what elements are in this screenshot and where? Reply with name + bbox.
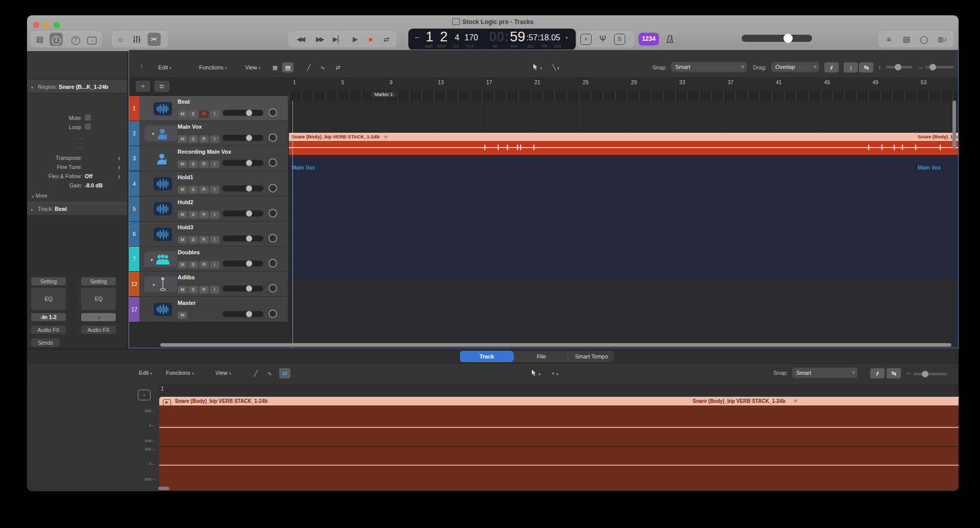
track-s-button[interactable]: S	[188, 261, 198, 269]
track-volume-knob[interactable]	[246, 311, 252, 317]
transpose-stepper[interactable]: ▲▼	[117, 156, 121, 160]
track-s-button[interactable]: S	[188, 160, 198, 168]
smart-controls-icon[interactable]: ☼	[114, 33, 127, 46]
track-pan-knob[interactable]	[268, 284, 277, 293]
editor-marquee-icon[interactable]: ╱	[250, 368, 261, 378]
track-pan-knob[interactable]	[268, 184, 277, 193]
track-i-button[interactable]: I	[210, 286, 219, 294]
drag-dropdown[interactable]: Overlap⇅	[771, 62, 819, 72]
flex-follow-value[interactable]: Off	[85, 173, 92, 179]
editor-functions-menu[interactable]: Functions ▾	[166, 370, 194, 376]
editor-zoom-slider[interactable]	[914, 373, 947, 375]
view-menu[interactable]: View ▾	[245, 64, 261, 70]
forward-button[interactable]: ▶▶	[311, 31, 328, 47]
track-i-button[interactable]: I	[210, 110, 219, 118]
track-r-button[interactable]: R	[199, 236, 209, 244]
list-view-icon[interactable]: ▤	[282, 62, 293, 73]
editor-h-auto-zoom-icon[interactable]: ↹	[887, 368, 901, 378]
track-volume-slider[interactable]	[223, 210, 263, 217]
track-s-button[interactable]: S	[188, 110, 198, 118]
fine-tune-stepper[interactable]: ▲▼	[117, 165, 121, 170]
tuner-icon[interactable]: Ψ	[597, 33, 609, 46]
list-editors-icon[interactable]: ≡	[883, 33, 896, 46]
track-m-button[interactable]: M	[178, 160, 187, 168]
master-out-icon[interactable]: ×	[580, 34, 592, 45]
grid-view-icon[interactable]: ▦	[270, 62, 281, 73]
cycle-button[interactable]: ⇄	[379, 31, 394, 47]
track-volume-slider[interactable]	[223, 135, 263, 141]
track-pan-knob[interactable]	[268, 133, 277, 142]
channel2-eq-slot[interactable]: EQ	[81, 287, 116, 310]
waveform-zoom-icon[interactable]: ᚋ	[824, 62, 839, 73]
channel2-setting-button[interactable]: Setting	[81, 277, 116, 285]
track-i-button[interactable]: I	[210, 160, 219, 168]
track-volume-knob[interactable]	[246, 260, 252, 267]
channel-setting-button[interactable]: Setting	[31, 277, 66, 285]
automation-icon[interactable]: ∿	[317, 62, 328, 73]
region-inspector-header[interactable]: ▾ Region: Snare (B...K_1-24b	[27, 80, 127, 93]
track-header-hold2[interactable]: 5Hold2MSRI	[129, 197, 288, 222]
track-s-button[interactable]: S	[188, 211, 198, 219]
tab-file[interactable]: File	[515, 351, 568, 362]
note-pads-icon[interactable]: ▤	[900, 33, 913, 46]
horizontal-zoom-slider[interactable]	[925, 66, 954, 68]
tracks-horizontal-scrollbar[interactable]	[160, 343, 951, 347]
editor-horizontal-scrollbar[interactable]	[158, 487, 169, 490]
track-r-button[interactable]: R	[199, 261, 209, 269]
track-inspector-header[interactable]: ▸ Track: Beat	[27, 202, 127, 215]
gain-value[interactable]: -8.0 dB	[85, 182, 103, 188]
horizontal-auto-zoom-icon[interactable]: ↹	[859, 62, 873, 73]
editor-zoom-knob[interactable]	[922, 371, 928, 377]
track-volume-slider[interactable]	[223, 185, 263, 191]
track-header-hold1[interactable]: 4Hold1MSRI	[129, 172, 288, 197]
main-vox-region-label-2[interactable]: Main Vox	[918, 164, 941, 171]
track-header-hold3[interactable]: 6Hold3MSRI	[129, 222, 288, 247]
media-browser-icon[interactable]: ▤	[33, 33, 46, 46]
editor-region-header[interactable]: ▶ Snare (Body)_bip VERB STACK_1-24b Snar…	[159, 397, 959, 405]
track-icon[interactable]: ▾	[144, 126, 177, 141]
track-icon[interactable]: ▸	[144, 251, 177, 267]
channel-sends-slot[interactable]: Sends	[31, 339, 60, 347]
track-header-adlibs[interactable]: 12▸AdlibsMSRI	[129, 272, 288, 297]
channel-eq-slot[interactable]: EQ	[31, 287, 66, 310]
track-m-button[interactable]: M	[178, 286, 187, 294]
channel2-input-button[interactable]: ○○	[81, 313, 116, 321]
track-volume-slider[interactable]	[223, 285, 263, 292]
playhead[interactable]	[292, 101, 293, 348]
track-r-button[interactable]: R	[199, 286, 209, 294]
track-pan-knob[interactable]	[268, 108, 277, 117]
track-pan-knob[interactable]	[268, 259, 277, 268]
solo-icon[interactable]: S	[614, 34, 625, 45]
editor-automation-icon[interactable]: ∿	[264, 368, 275, 378]
track-volume-slider[interactable]	[223, 160, 263, 166]
vertical-zoom-slider[interactable]	[886, 66, 912, 68]
lcd-chevron-down-icon[interactable]: ▾	[566, 35, 568, 40]
catch-playhead-button[interactable]: ↓	[138, 390, 151, 400]
disclosure-chevron-icon[interactable]: ▸	[153, 282, 156, 287]
quick-help-icon[interactable]: ?	[69, 33, 82, 46]
channel-audio-fx-slot[interactable]: Audio FX	[31, 326, 66, 334]
editor-crosshair-tool[interactable]: + ▾	[547, 368, 563, 378]
track-pan-knob[interactable]	[268, 209, 277, 218]
track-pan-knob[interactable]	[268, 158, 277, 167]
track-volume-slider[interactable]	[223, 260, 263, 267]
track-s-button[interactable]: S	[188, 236, 198, 244]
editor-edit-menu[interactable]: Edit ▾	[139, 370, 152, 376]
track-i-button[interactable]: I	[210, 135, 219, 143]
track-s-button[interactable]: S	[188, 135, 198, 143]
vertical-auto-zoom-icon[interactable]: ↕	[844, 62, 858, 73]
v-zoom-knob[interactable]	[895, 64, 901, 70]
track-i-button[interactable]: I	[210, 186, 219, 194]
track-r-button[interactable]: R	[199, 135, 209, 143]
record-button[interactable]: ●	[364, 31, 377, 47]
track-pan-knob[interactable]	[268, 309, 277, 318]
edit-menu[interactable]: Edit ▾	[158, 64, 172, 70]
snare-region-header[interactable]: Snare (Body)_bip VERB STACK_1-24b ○○ Sna…	[289, 133, 958, 141]
track-volume-slider[interactable]	[223, 235, 263, 242]
marquee-tool-icon[interactable]: ╱	[303, 62, 314, 73]
tab-track[interactable]: Track	[460, 351, 513, 362]
track-volume-knob[interactable]	[246, 235, 252, 242]
track-i-button[interactable]: I	[210, 211, 219, 219]
master-volume-slider[interactable]	[742, 35, 812, 42]
track-volume-knob[interactable]	[246, 160, 252, 166]
